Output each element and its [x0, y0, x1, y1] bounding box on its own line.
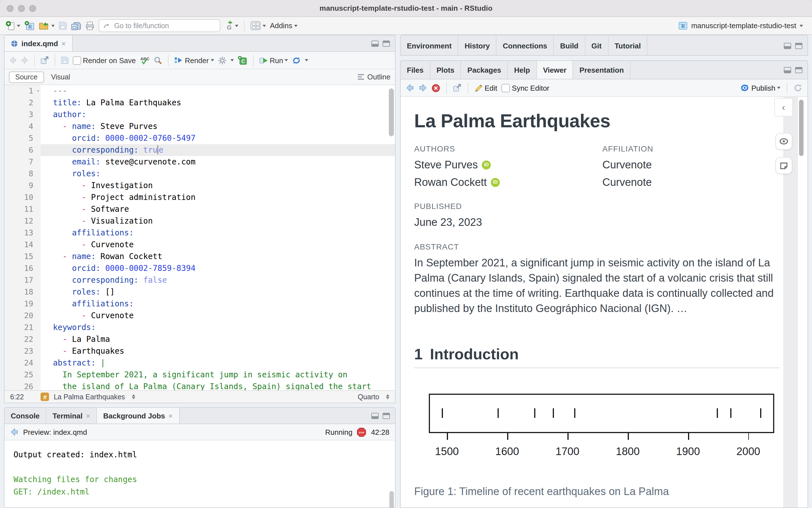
- clear-viewer-icon[interactable]: [432, 84, 440, 92]
- code-line[interactable]: 16 orcid: 0000-0002-7859-8394: [4, 262, 395, 274]
- new-project-button[interactable]: R: [24, 20, 35, 31]
- close-icon[interactable]: ×: [86, 412, 90, 420]
- tab-build[interactable]: Build: [554, 36, 585, 56]
- search-icon[interactable]: [154, 56, 162, 65]
- code-line[interactable]: 4 - name: Steve Purves: [4, 121, 395, 132]
- forward-icon[interactable]: [21, 56, 29, 64]
- addins-button[interactable]: Addins: [270, 22, 297, 30]
- run-button[interactable]: Run: [259, 56, 288, 65]
- source-mode-button[interactable]: Source: [9, 71, 44, 83]
- print-button[interactable]: [85, 21, 95, 30]
- project-selector[interactable]: R manuscript-template-rstudio-test: [678, 21, 803, 31]
- spellcheck-icon[interactable]: ABC: [140, 55, 150, 65]
- orcid-icon[interactable]: iD: [482, 160, 491, 169]
- code-line[interactable]: 17 corresponding: false: [4, 274, 395, 286]
- console-scrollbar-thumb[interactable]: [390, 491, 394, 508]
- code-line[interactable]: 1▾---: [4, 85, 395, 97]
- maximize-pane-icon[interactable]: [382, 413, 390, 419]
- popout-icon[interactable]: [41, 56, 49, 64]
- forward-icon[interactable]: [419, 84, 427, 92]
- annotation-button[interactable]: [775, 157, 792, 174]
- stop-icon[interactable]: STOP: [357, 427, 367, 437]
- code-line[interactable]: 23 - Earthquakes: [4, 345, 395, 357]
- collapse-panel-button[interactable]: ‹: [774, 98, 793, 117]
- publish-button[interactable]: Publish: [740, 83, 780, 92]
- tab-plots[interactable]: Plots: [430, 61, 461, 79]
- tab-help[interactable]: Help: [508, 61, 537, 79]
- back-icon[interactable]: [9, 56, 17, 64]
- code-line[interactable]: 25 In September 2021, a significant jump…: [4, 369, 395, 381]
- code-line[interactable]: 5 orcid: 0000-0002-0760-5497: [4, 132, 395, 144]
- editor-scrollbar-thumb[interactable]: [389, 88, 394, 136]
- visual-mode-button[interactable]: Visual: [45, 71, 76, 83]
- save-all-button[interactable]: [71, 21, 81, 30]
- code-line[interactable]: 3author:: [4, 109, 395, 121]
- maximize-pane-icon[interactable]: [382, 40, 390, 46]
- console-output[interactable]: Output created: index.html Watching file…: [4, 440, 395, 508]
- tab-index-qmd[interactable]: index.qmd ×: [4, 36, 72, 51]
- tab-terminal[interactable]: Terminal ×: [46, 408, 97, 424]
- orcid-icon[interactable]: iD: [491, 178, 500, 187]
- minimize-pane-icon[interactable]: [784, 67, 791, 73]
- maximize-pane-icon[interactable]: [795, 67, 802, 73]
- section-spinner-icon[interactable]: [132, 394, 135, 399]
- section-selector[interactable]: La Palma Earthquakes: [54, 393, 125, 401]
- code-line[interactable]: 12 - Visualization: [4, 215, 395, 227]
- close-icon[interactable]: ×: [168, 412, 173, 420]
- tab-presentation[interactable]: Presentation: [573, 61, 631, 79]
- goto-file-search[interactable]: [98, 19, 220, 32]
- code-line[interactable]: 19 affiliations:: [4, 298, 395, 310]
- back-icon[interactable]: [406, 84, 414, 92]
- rerun-icon[interactable]: [292, 56, 301, 65]
- viewer-scrollbar-thumb[interactable]: [799, 100, 804, 156]
- tab-tutorial[interactable]: Tutorial: [608, 36, 647, 56]
- new-file-button[interactable]: [6, 21, 20, 31]
- code-line[interactable]: 20 - Curvenote: [4, 310, 395, 322]
- code-line[interactable]: 14 - Curvenote: [4, 239, 395, 251]
- code-line[interactable]: 6 corresponding: true: [4, 144, 395, 156]
- version-control-button[interactable]: G: [224, 20, 238, 31]
- fold-icon[interactable]: ▾: [37, 85, 39, 97]
- code-editor[interactable]: 1▾---2title: La Palma Earthquakes3author…: [4, 85, 395, 391]
- restore-pane-icon[interactable]: [784, 43, 791, 49]
- code-line[interactable]: 13 affiliations:: [4, 227, 395, 239]
- file-mode[interactable]: Quarto: [358, 393, 379, 401]
- tab-console[interactable]: Console: [4, 408, 46, 424]
- tab-environment[interactable]: Environment: [401, 36, 458, 56]
- gear-icon[interactable]: [218, 56, 226, 65]
- code-line[interactable]: 26 the island of La Palma (Canary Island…: [4, 381, 395, 391]
- code-line[interactable]: 21keywords:: [4, 322, 395, 333]
- mode-spinner-icon[interactable]: [386, 394, 390, 399]
- code-line[interactable]: 2title: La Palma Earthquakes: [4, 97, 395, 109]
- code-line[interactable]: 10 - Project administration: [4, 192, 395, 203]
- goto-file-input[interactable]: [113, 21, 216, 30]
- workspace-panes-button[interactable]: [250, 21, 266, 31]
- save-icon[interactable]: [61, 56, 69, 64]
- code-line[interactable]: 8 roles:: [4, 168, 395, 180]
- render-on-save-checkbox[interactable]: Render on Save: [73, 56, 136, 65]
- save-button[interactable]: [58, 22, 67, 30]
- tab-history[interactable]: History: [458, 36, 497, 56]
- maximize-pane-icon[interactable]: [795, 43, 802, 49]
- tab-packages[interactable]: Packages: [461, 61, 508, 79]
- code-line[interactable]: 22 - La Palma: [4, 333, 395, 345]
- code-line[interactable]: 11 - Software: [4, 203, 395, 215]
- back-icon[interactable]: [10, 428, 18, 436]
- minimize-pane-icon[interactable]: [371, 413, 379, 419]
- tab-files[interactable]: Files: [401, 61, 430, 79]
- viewer-content[interactable]: La Palma Earthquakes AUTHORS Steve Purve…: [401, 97, 808, 508]
- edit-button[interactable]: Edit: [475, 84, 497, 92]
- close-icon[interactable]: ×: [62, 39, 66, 48]
- tab-git[interactable]: Git: [585, 36, 608, 56]
- code-line[interactable]: 9 - Investigation: [4, 180, 395, 192]
- sync-editor-checkbox[interactable]: Sync Editor: [502, 84, 550, 92]
- outline-toggle[interactable]: Outline: [357, 73, 391, 81]
- visibility-button[interactable]: [775, 133, 792, 150]
- tab-viewer[interactable]: Viewer: [537, 61, 573, 79]
- code-line[interactable]: 15 - name: Rowan Cockett: [4, 251, 395, 262]
- code-line[interactable]: 24abstract: |: [4, 357, 395, 369]
- refresh-icon[interactable]: [794, 83, 802, 92]
- tab-background-jobs[interactable]: Background Jobs ×: [97, 408, 179, 424]
- open-file-button[interactable]: [39, 21, 55, 30]
- code-line[interactable]: 7 email: steve@curvenote.com: [4, 156, 395, 168]
